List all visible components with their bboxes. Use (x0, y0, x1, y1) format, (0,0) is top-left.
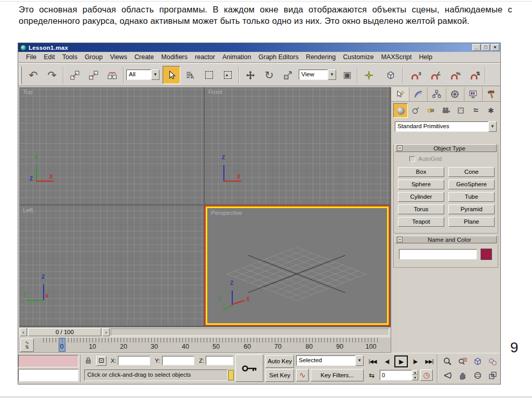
viewport-front-label[interactable]: Front (208, 89, 222, 95)
menu-tools[interactable]: Tools (59, 52, 81, 62)
x-coordinate-field[interactable] (118, 356, 150, 365)
redo-button[interactable]: ↷ (43, 66, 61, 84)
tab-hierarchy[interactable] (428, 87, 446, 101)
window-crossing-button[interactable]: • (219, 66, 236, 84)
viewport-top-label[interactable]: Top (23, 89, 33, 95)
tab-modify[interactable] (409, 87, 428, 101)
torus-button[interactable]: Torus (398, 204, 444, 214)
maxscript-mini-listener-white[interactable] (18, 369, 78, 381)
collapse-icon[interactable]: − (397, 145, 403, 151)
viewport-front[interactable]: Front Z X (205, 87, 390, 204)
time-configuration-button[interactable]: ◷ (420, 369, 433, 381)
tab-motion[interactable] (446, 87, 464, 101)
menu-file[interactable]: File (22, 52, 40, 62)
menu-create[interactable]: Create (131, 52, 158, 62)
category-systems-button[interactable]: ✱ (484, 103, 498, 118)
restore-button[interactable]: □ (482, 44, 490, 51)
zoom-all-button[interactable] (455, 355, 470, 368)
key-filter-selected-dropdown[interactable]: Selected ▼ (296, 355, 364, 366)
go-to-end-button[interactable]: ▶▶| (422, 356, 436, 367)
select-object-button[interactable] (163, 66, 180, 84)
reference-coordinate-dropdown[interactable]: View ▼ (299, 70, 336, 80)
undo-button[interactable]: ↶ (24, 66, 42, 84)
auto-key-button[interactable]: Auto Key (265, 355, 294, 368)
key-filters-button[interactable]: Key Filters... (311, 369, 364, 381)
menu-reactor[interactable]: reactor (191, 52, 219, 62)
set-key-button[interactable]: Set Key (265, 369, 294, 382)
plane-button[interactable]: Plane (448, 217, 495, 227)
object-color-swatch[interactable] (481, 249, 492, 260)
time-slider-track[interactable] (111, 328, 389, 336)
field-of-view-button[interactable] (440, 369, 455, 382)
viewport-top[interactable]: Top Y Z X (19, 87, 204, 204)
menu-customize[interactable]: Customize (339, 52, 377, 62)
menu-group[interactable]: Group (81, 52, 107, 62)
absolute-mode-toggle[interactable]: ⊡ (96, 356, 107, 366)
time-slider-handle[interactable]: 0 / 100 (28, 328, 101, 336)
zoom-button[interactable] (440, 355, 455, 368)
bind-to-space-warp-button[interactable] (103, 66, 121, 84)
time-prev-arrow[interactable]: ‹ (20, 328, 27, 336)
object-type-rollout-header[interactable]: − Object Type (395, 144, 497, 152)
pan-view-button[interactable] (455, 369, 470, 382)
menu-maxscript[interactable]: MAXScript (377, 52, 415, 62)
select-and-link-button[interactable] (66, 66, 84, 84)
maxscript-mini-listener-pink[interactable] (18, 355, 78, 367)
minimize-button[interactable]: _ (472, 44, 481, 51)
close-button[interactable]: × (491, 44, 499, 51)
menu-help[interactable]: Help (415, 52, 436, 62)
autogrid-checkbox[interactable] (409, 156, 415, 162)
menu-animation[interactable]: Animation (219, 52, 255, 62)
toolbar-grip[interactable] (20, 66, 22, 84)
previous-frame-button[interactable]: ◀| (381, 356, 393, 367)
spinner-down-icon[interactable]: ▼ (412, 375, 418, 380)
play-animation-button[interactable]: ▶ (394, 355, 408, 367)
select-and-move-button[interactable] (242, 66, 259, 84)
primitive-category-dropdown[interactable]: Standard Primitives ▼ (395, 121, 497, 132)
tab-utilities[interactable] (483, 87, 500, 101)
object-name-field[interactable] (399, 249, 477, 259)
angle-snap-button[interactable]: ∠ (425, 66, 443, 84)
tube-button[interactable]: Tube (448, 192, 495, 202)
box-button[interactable]: Box (398, 167, 444, 177)
category-shapes-button[interactable] (408, 103, 423, 118)
default-tangent-button[interactable]: ∿ (296, 369, 309, 381)
rectangular-selection-region-button[interactable] (200, 66, 218, 84)
mini-curve-editor-button[interactable]: ∿ ⇅ (20, 338, 34, 352)
set-keys-button[interactable] (235, 354, 263, 382)
key-mode-toggle-button[interactable]: ⇆ (365, 370, 378, 380)
chevron-down-icon[interactable]: ▼ (355, 355, 364, 366)
selection-filter-dropdown[interactable]: All ▼ (126, 70, 159, 80)
menu-rendering[interactable]: Rendering (302, 52, 340, 62)
viewport-perspective-label[interactable]: Perspective (211, 210, 242, 216)
category-geometry-button[interactable] (393, 103, 408, 118)
menu-graph-editors[interactable]: Graph Editors (255, 52, 302, 62)
zoom-extents-button[interactable] (470, 355, 485, 368)
selection-lock-button[interactable] (84, 356, 92, 365)
min-max-toggle-button[interactable] (485, 369, 500, 382)
pyramid-button[interactable]: Pyramid (448, 204, 495, 214)
spinner-snap-button[interactable]: ⇅ (465, 66, 483, 84)
chevron-down-icon[interactable]: ▼ (488, 121, 497, 132)
keyboard-shortcut-override-button[interactable] (382, 66, 400, 84)
frame-spinner[interactable]: ▲ ▼ (412, 370, 418, 380)
category-cameras-button[interactable] (438, 103, 453, 118)
select-and-manipulate-button[interactable] (360, 66, 378, 84)
chevron-down-icon[interactable]: ▼ (328, 70, 336, 80)
unlink-button[interactable] (85, 66, 102, 84)
use-center-button[interactable]: ▣ (338, 66, 356, 84)
select-and-scale-button[interactable] (279, 66, 297, 84)
timeline-ruler[interactable]: 0 10 20 30 40 50 60 70 80 90 100 (35, 337, 390, 353)
time-next-arrow[interactable]: › (102, 328, 110, 336)
chevron-down-icon[interactable]: ▼ (151, 70, 159, 80)
viewport-left[interactable]: Left Z Y X (19, 205, 204, 326)
name-color-rollout-header[interactable]: − Name and Color (395, 236, 497, 243)
cylinder-button[interactable]: Cylinder (398, 192, 444, 202)
select-by-name-button[interactable] (181, 66, 199, 84)
tab-display[interactable] (464, 87, 483, 101)
go-to-start-button[interactable]: |◀◀ (365, 356, 380, 367)
category-lights-button[interactable] (423, 103, 438, 118)
cone-button[interactable]: Cone (448, 167, 495, 177)
geosphere-button[interactable]: GeoSphere (448, 180, 495, 189)
y-coordinate-field[interactable] (162, 356, 194, 365)
